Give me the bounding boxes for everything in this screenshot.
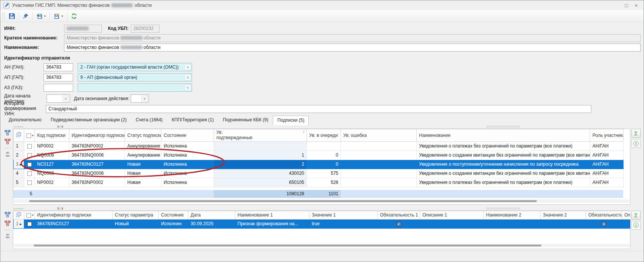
- full-name-field[interactable]: Министерство финансов области: [64, 44, 641, 52]
- col-state[interactable]: Состояние: [161, 129, 214, 142]
- col-status[interactable]: Статус подписки: [125, 129, 161, 142]
- drag-handle[interactable]: [14, 126, 23, 127]
- tab-podvedomstvennye[interactable]: Подведомственные организации (2): [46, 115, 131, 125]
- hierarchy-blue-icon[interactable]: [5, 130, 11, 136]
- rename-tool-icon[interactable]: abчас: [5, 151, 9, 157]
- tab-scheta[interactable]: Счета (1664): [131, 115, 167, 125]
- checkbox[interactable]: [27, 213, 31, 218]
- col-confirmed[interactable]: Ув: подтвержденные/: [214, 129, 307, 142]
- col-subscription-id[interactable]: Идентификатор подписки: [69, 129, 125, 142]
- freeze-splitter[interactable]: [58, 126, 63, 128]
- az-gaz-type-select[interactable]: ∨: [78, 83, 192, 92]
- date-start-select[interactable]: ∨: [47, 94, 70, 103]
- scrollbar-thumb[interactable]: [34, 245, 541, 246]
- subscription-row[interactable]: 5 NP0002 364783NP0002 Новая Исполнена 65…: [14, 178, 624, 187]
- horizontal-scrollbar[interactable]: [14, 199, 629, 203]
- import-button[interactable]: ▼: [34, 11, 48, 20]
- date-end-select[interactable]: ∨: [131, 94, 149, 103]
- pin-button[interactable]: [20, 11, 31, 20]
- summary-confirmed: 1080128: [214, 190, 306, 198]
- ap-gap-field[interactable]: 364783: [44, 74, 73, 82]
- col-error[interactable]: Ув: ошибка: [341, 129, 417, 142]
- hierarchy-blue-icon[interactable]: [5, 212, 11, 218]
- col-param-status[interactable]: Статус параметра: [113, 211, 159, 219]
- col-name2[interactable]: Наименование 2: [484, 211, 541, 219]
- chevron-down-icon[interactable]: ∨: [184, 74, 191, 80]
- tab-kpp-territoriya[interactable]: КПП/Территория (1): [167, 115, 218, 125]
- col-name[interactable]: Наименование: [417, 129, 590, 142]
- sum-button[interactable]: Σ: [631, 211, 641, 220]
- col-code[interactable]: Код подписки: [35, 129, 69, 142]
- an-gan-type-select[interactable]: 2 - ГАН (орган государственной власти (О…: [78, 63, 192, 71]
- drag-handle[interactable]: [14, 208, 23, 209]
- select-all-checkbox[interactable]: ▼: [24, 211, 35, 219]
- checkbox[interactable]: [27, 180, 32, 185]
- tab-dopolnitelno[interactable]: Дополнительно: [4, 115, 46, 125]
- sum-button[interactable]: Σ: [631, 129, 641, 138]
- export-button[interactable]: ▼: [52, 11, 66, 20]
- checkbox[interactable]: [27, 171, 32, 176]
- info-button[interactable]: i: [631, 221, 641, 230]
- dropdown-arrow-icon[interactable]: ▼: [31, 134, 34, 137]
- column-chooser-button[interactable]: [14, 129, 24, 142]
- tab-podpiski[interactable]: Подписки (5): [273, 116, 309, 125]
- freeze-splitter[interactable]: [58, 207, 63, 210]
- col-description1[interactable]: Описание 1: [420, 211, 484, 219]
- save-button[interactable]: [7, 11, 17, 20]
- ubp-code-field[interactable]: 28200232: [131, 25, 159, 33]
- hierarchy-red-icon[interactable]: [5, 220, 11, 227]
- scrollbar-thumb[interactable]: [29, 200, 537, 202]
- checkbox-indeterminate[interactable]: ▪: [602, 222, 606, 226]
- uin-algorithm-field[interactable]: Стандартный: [46, 105, 591, 113]
- col-description2-cut[interactable]: Оп: [622, 211, 631, 219]
- subscription-row-selected[interactable]: 3► NC0127 364783NC0127 Новая Исполнена 2…: [14, 160, 624, 169]
- an-gan-field[interactable]: 364783: [44, 63, 73, 71]
- toolbar-grip[interactable]: [3, 13, 5, 19]
- short-name-label: Краткое наименование:: [4, 35, 64, 41]
- refresh-button[interactable]: [69, 11, 79, 20]
- checkbox[interactable]: [27, 153, 32, 158]
- chevron-down-icon[interactable]: ∨: [184, 85, 191, 91]
- info-button[interactable]: i: [631, 139, 641, 148]
- subscription-row[interactable]: 2 NQ0006 364783NQ0006 Аннулирование Испо…: [14, 151, 624, 160]
- scroll-indicator[interactable]: [486, 207, 521, 210]
- subscription-row[interactable]: 1 NP0002 364783NP0002 Аннулирование Испо…: [14, 141, 624, 151]
- select-all-checkbox[interactable]: ▼: [24, 129, 35, 142]
- checkbox[interactable]: [27, 162, 32, 167]
- parameter-row-selected[interactable]: 1► 364783NC0127 Новый Исполнен 30.09.202…: [14, 219, 631, 228]
- checkbox[interactable]: [27, 144, 32, 149]
- horizontal-scrollbar[interactable]: [14, 244, 629, 247]
- subscription-row[interactable]: 4 NQ0006 364783NQ0006 Новая Исполнена 43…: [14, 169, 624, 178]
- col-required2[interactable]: Обязательность 2: [586, 211, 622, 219]
- scroll-indicator[interactable]: [486, 126, 521, 128]
- col-value1[interactable]: Значение 1: [309, 211, 378, 219]
- col-state[interactable]: Состояние: [159, 211, 188, 219]
- hierarchy-red-icon[interactable]: [5, 138, 11, 145]
- ap-gap-type-select[interactable]: 9 - АП (финансовый орган) ∨: [78, 73, 192, 82]
- col-date[interactable]: Дата: [188, 211, 235, 219]
- tab-podchinennye-kbk[interactable]: Подчиненные КБК (9): [218, 115, 273, 125]
- column-chooser-button[interactable]: [14, 211, 24, 219]
- col-required1[interactable]: Обязательность 1: [378, 211, 420, 219]
- checkbox[interactable]: [27, 133, 31, 138]
- dropdown-arrow-icon[interactable]: ▼: [31, 214, 34, 217]
- checkbox[interactable]: [27, 222, 32, 226]
- col-subscription-id[interactable]: Идентификатор подписки: [35, 211, 113, 219]
- col-role[interactable]: Роль участника: [590, 129, 624, 142]
- chevron-down-icon[interactable]: ∨: [63, 96, 69, 102]
- az-gaz-field[interactable]: [44, 84, 73, 92]
- sigma-icon: Σ: [634, 212, 638, 218]
- chevron-down-icon[interactable]: ∨: [184, 64, 191, 70]
- col-queued[interactable]: Ув: в очереди: [307, 129, 341, 142]
- col-name1[interactable]: Наименование 1: [235, 211, 309, 219]
- checkbox-checked[interactable]: ✓: [397, 222, 401, 226]
- rename-tool-icon[interactable]: abчас: [5, 233, 9, 239]
- close-button[interactable]: ×: [635, 3, 638, 8]
- col-value2[interactable]: Значение 2: [541, 211, 586, 219]
- redacted-region-name: [111, 3, 133, 7]
- inn-field[interactable]: [64, 25, 102, 33]
- short-name-field[interactable]: Министерство финансов области: [64, 34, 641, 42]
- maximize-button[interactable]: □: [625, 3, 628, 8]
- current-row-marker-icon: ►: [19, 223, 22, 226]
- chevron-down-icon[interactable]: ∨: [141, 96, 148, 102]
